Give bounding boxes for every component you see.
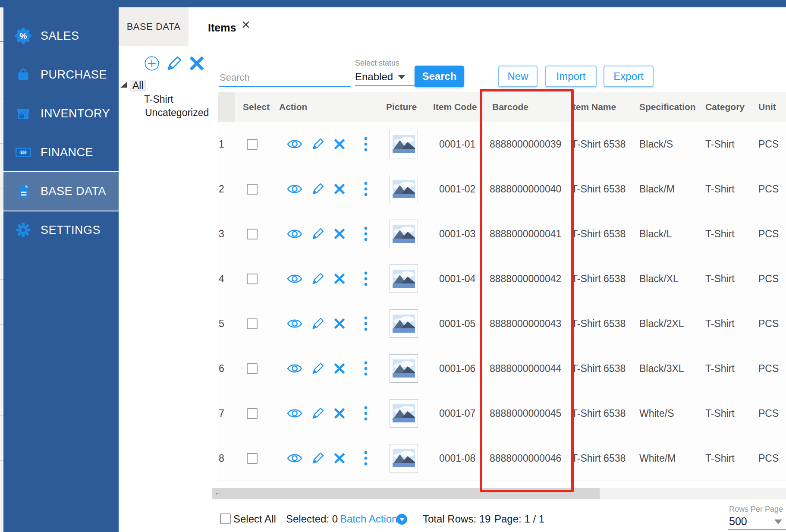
- row-checkbox[interactable]: [247, 453, 258, 464]
- rows-per-page-label: Rows Per Page: [729, 505, 783, 514]
- more-actions-icon[interactable]: [364, 360, 368, 378]
- search-button[interactable]: Search: [415, 66, 464, 87]
- more-actions-icon[interactable]: [364, 315, 368, 334]
- tree-node-tshirt[interactable]: T-Shirt: [144, 94, 173, 105]
- rows-per-page-select[interactable]: 500: [729, 515, 747, 528]
- scrollbar-thumb[interactable]: [212, 488, 600, 499]
- select-all-label[interactable]: Select All: [233, 513, 276, 526]
- tree-node-uncategorized[interactable]: Uncategorized: [145, 107, 209, 119]
- view-icon[interactable]: [286, 273, 303, 286]
- edit-icon[interactable]: [311, 137, 325, 153]
- delete-icon[interactable]: [333, 452, 346, 466]
- view-icon[interactable]: [286, 183, 303, 197]
- edit-icon[interactable]: [311, 182, 325, 198]
- batch-actions-link[interactable]: Batch Actions: [340, 513, 402, 526]
- chevron-down-icon[interactable]: [774, 519, 782, 524]
- edit-icon[interactable]: [311, 451, 325, 467]
- item-picture-thumbnail[interactable]: [390, 220, 418, 248]
- cell-item-code: 0001-07: [439, 391, 475, 436]
- item-picture-thumbnail[interactable]: [390, 175, 418, 203]
- delete-icon[interactable]: [333, 228, 346, 242]
- sidebar-item-sales[interactable]: % SALES: [3, 16, 119, 55]
- row-checkbox[interactable]: [247, 318, 258, 329]
- page-indicator: Page: 1 / 1: [494, 513, 544, 526]
- delete-icon[interactable]: [333, 362, 346, 376]
- sidebar-item-label: PURCHASE: [41, 68, 107, 82]
- more-actions-icon[interactable]: [364, 226, 368, 244]
- view-icon[interactable]: [286, 318, 303, 331]
- export-button[interactable]: Export: [604, 66, 654, 87]
- row-number: 4: [219, 256, 233, 301]
- edit-category-icon[interactable]: [166, 55, 183, 74]
- delete-icon[interactable]: [333, 183, 346, 197]
- tab-items[interactable]: Items: [208, 22, 236, 34]
- more-actions-icon[interactable]: [364, 136, 368, 154]
- view-icon[interactable]: [286, 407, 303, 421]
- sidebar-item-inventory[interactable]: INVENTORY: [3, 94, 119, 133]
- sidebar-item-settings[interactable]: SETTINGS: [3, 211, 119, 249]
- banknote-icon: 100: [15, 144, 32, 161]
- background-window-sliver-line: [0, 41, 3, 42]
- delete-icon[interactable]: [333, 138, 346, 152]
- view-icon[interactable]: [286, 228, 303, 242]
- horizontal-scrollbar[interactable]: ←: [212, 488, 786, 499]
- cell-item-code: 0001-01: [439, 122, 475, 167]
- new-button[interactable]: New: [498, 66, 538, 87]
- document-icon: [15, 183, 32, 200]
- status-dropdown[interactable]: Enabled: [355, 71, 393, 83]
- delete-icon[interactable]: [333, 407, 346, 421]
- cell-item-code: 0001-05: [439, 301, 475, 346]
- view-icon[interactable]: [286, 362, 303, 376]
- search-input[interactable]: [219, 69, 351, 87]
- delete-icon[interactable]: [333, 318, 346, 331]
- cell-unit: PCS: [758, 436, 779, 481]
- row-number: 7: [219, 391, 233, 436]
- edit-icon[interactable]: [311, 406, 325, 422]
- sidebar-item-base-data[interactable]: BASE DATA: [3, 171, 119, 211]
- tree-node-all[interactable]: All: [130, 80, 146, 91]
- more-actions-icon[interactable]: [364, 181, 368, 199]
- main-nav-sidebar: % SALES PURCHASE: [3, 7, 119, 532]
- cell-unit: PCS: [758, 256, 779, 301]
- item-picture-thumbnail[interactable]: [390, 264, 418, 293]
- row-number: 5: [219, 301, 233, 346]
- item-picture-thumbnail[interactable]: [390, 399, 418, 428]
- sidebar-item-finance[interactable]: 100 FINANCE: [3, 133, 119, 172]
- select-all-checkbox[interactable]: [220, 513, 231, 524]
- item-picture-thumbnail[interactable]: [390, 130, 418, 158]
- tab-close-icon[interactable]: [242, 20, 250, 31]
- row-checkbox[interactable]: [247, 274, 258, 284]
- sidebar-item-purchase[interactable]: PURCHASE: [3, 55, 119, 94]
- more-actions-icon[interactable]: [364, 405, 368, 423]
- item-picture-thumbnail[interactable]: [390, 309, 418, 338]
- import-button[interactable]: Import: [545, 66, 597, 87]
- item-picture-thumbnail[interactable]: [390, 444, 418, 472]
- row-checkbox[interactable]: [247, 229, 258, 239]
- storefront-icon: [15, 105, 32, 122]
- cell-specification: Black/M: [639, 167, 675, 211]
- row-checkbox[interactable]: [247, 363, 258, 374]
- more-actions-icon[interactable]: [364, 450, 368, 468]
- cell-barcode: 8888000000044: [490, 346, 561, 391]
- svg-text:%: %: [20, 31, 27, 41]
- tree-expand-arrow-icon[interactable]: [120, 82, 127, 88]
- add-category-icon[interactable]: [144, 56, 160, 73]
- view-icon[interactable]: [286, 452, 303, 466]
- item-picture-thumbnail[interactable]: [390, 354, 418, 383]
- edit-icon[interactable]: [311, 362, 325, 377]
- edit-icon[interactable]: [311, 272, 325, 287]
- edit-icon[interactable]: [311, 317, 325, 332]
- row-checkbox[interactable]: [247, 139, 258, 150]
- delete-icon[interactable]: [333, 273, 346, 286]
- row-checkbox[interactable]: [247, 408, 258, 419]
- chevron-down-icon[interactable]: [398, 75, 405, 79]
- edit-icon[interactable]: [311, 227, 325, 242]
- more-actions-icon[interactable]: [364, 271, 368, 289]
- delete-category-icon[interactable]: [189, 55, 205, 73]
- tab-base-data[interactable]: BASE DATA: [119, 7, 189, 46]
- batch-actions-dropdown-icon[interactable]: [396, 514, 407, 525]
- column-header-select: Select: [243, 92, 270, 122]
- view-icon[interactable]: [286, 138, 303, 152]
- row-checkbox[interactable]: [247, 184, 258, 195]
- scroll-left-arrow-icon[interactable]: ←: [214, 488, 222, 497]
